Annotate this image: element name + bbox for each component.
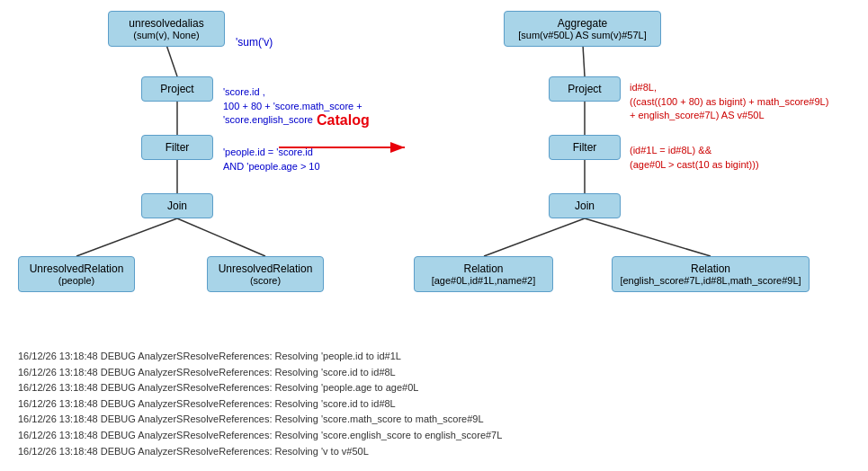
debug-line-7: 16/12/26 13:18:48 DEBUG AnalyzerSResolve… xyxy=(18,444,850,460)
unresolved-alias-sub: (sum(v), None) xyxy=(133,30,199,40)
project-left-node: Project xyxy=(141,76,213,102)
debug-line-5: 16/12/26 13:18:48 DEBUG AnalyzerSResolve… xyxy=(18,412,850,428)
relation-left-label: Relation xyxy=(463,262,503,275)
relation-right-sub: [english_score#7L,id#8L,math_score#9L] xyxy=(620,275,801,286)
relation-left-sub: [age#0L,id#1L,name#2] xyxy=(432,275,536,286)
debug-log-area: 16/12/26 13:18:48 DEBUG AnalyzerSResolve… xyxy=(0,342,868,467)
filter-left-annotation: 'people.id = 'score.id AND 'people.age >… xyxy=(223,132,320,173)
unresolved-alias-label: unresolvedalias xyxy=(129,17,203,30)
svg-line-4 xyxy=(177,218,265,256)
unresolved-score-label: UnresolvedRelation xyxy=(219,262,313,275)
project-right-annotation: id#8L, ((cast((100 + 80) as bigint) + ma… xyxy=(630,67,828,123)
filter-right-node: Filter xyxy=(549,135,621,160)
svg-line-3 xyxy=(76,218,177,256)
project-right-label: Project xyxy=(568,83,601,95)
filter-left-label: Filter xyxy=(166,141,190,154)
unresolved-people-sub: (people) xyxy=(58,275,94,286)
catalog-label: Catalog xyxy=(317,112,370,129)
filter-right-label: Filter xyxy=(573,141,597,154)
join-right-label: Join xyxy=(575,200,595,212)
debug-line-3: 16/12/26 13:18:48 DEBUG AnalyzerSResolve… xyxy=(18,380,850,396)
debug-line-6: 16/12/26 13:18:48 DEBUG AnalyzerSResolve… xyxy=(18,428,850,444)
project-right-node: Project xyxy=(549,76,621,102)
debug-line-4: 16/12/26 13:18:48 DEBUG AnalyzerSResolve… xyxy=(18,396,850,413)
join-left-label: Join xyxy=(167,200,187,212)
relation-right-node: Relation [english_score#7L,id#8L,math_sc… xyxy=(612,256,810,292)
aggregate-sub: [sum(v#50L) AS sum(v)#57L] xyxy=(518,30,646,40)
unresolved-score-node: UnresolvedRelation (score) xyxy=(207,256,324,292)
svg-line-5 xyxy=(583,45,585,76)
svg-line-8 xyxy=(484,218,585,256)
debug-line-2: 16/12/26 13:18:48 DEBUG AnalyzerSResolve… xyxy=(18,365,850,381)
filter-left-node: Filter xyxy=(141,135,213,160)
project-left-label: Project xyxy=(160,83,193,95)
join-left-node: Join xyxy=(141,193,213,218)
debug-line-1: 16/12/26 13:18:48 DEBUG AnalyzerSResolve… xyxy=(18,349,850,365)
relation-left-node: Relation [age#0L,id#1L,name#2] xyxy=(414,256,553,292)
unresolved-score-sub: (score) xyxy=(250,275,281,286)
join-right-node: Join xyxy=(549,193,621,218)
diagram-area: unresolvedalias (sum(v), None) 'sum('v) … xyxy=(0,0,868,342)
relation-right-label: Relation xyxy=(691,262,730,275)
aggregate-label: Aggregate xyxy=(558,17,607,30)
unresolved-alias-node: unresolvedalias (sum(v), None) xyxy=(108,11,225,47)
unresolved-people-label: UnresolvedRelation xyxy=(30,262,124,275)
main-container: unresolvedalias (sum(v), None) 'sum('v) … xyxy=(0,0,868,471)
svg-line-9 xyxy=(585,218,711,256)
filter-right-annotation: (id#1L = id#8L) && (age#0L > cast(10 as … xyxy=(630,130,759,172)
sum-annotation: 'sum('v) xyxy=(236,20,273,50)
svg-line-0 xyxy=(166,45,177,76)
aggregate-node: Aggregate [sum(v#50L) AS sum(v)#57L] xyxy=(504,11,661,47)
unresolved-people-node: UnresolvedRelation (people) xyxy=(18,256,135,292)
